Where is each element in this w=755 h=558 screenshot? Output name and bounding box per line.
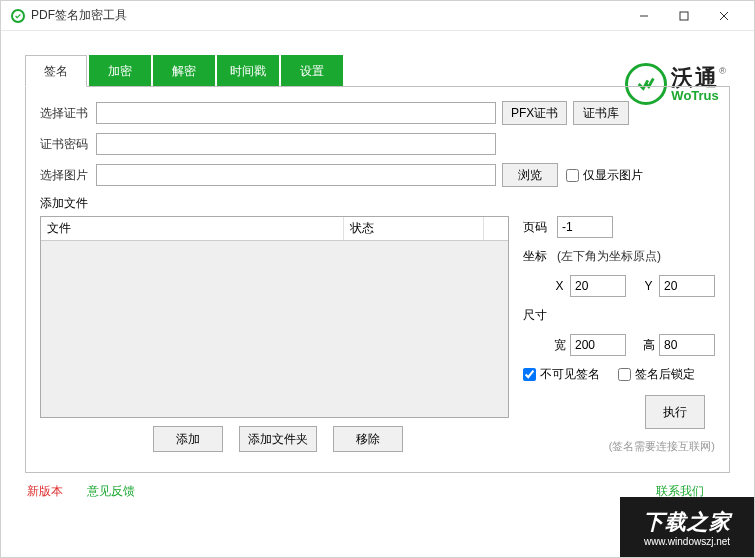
invisible-sign-checkbox[interactable]: 不可见签名: [523, 366, 600, 383]
add-files-label: 添加文件: [40, 195, 715, 212]
tab-timestamp[interactable]: 时间戳: [217, 55, 279, 87]
only-image-checkbox-input[interactable]: [566, 169, 579, 182]
height-input[interactable]: [659, 334, 715, 356]
page-input[interactable]: [557, 216, 613, 238]
password-label: 证书密码: [40, 136, 96, 153]
add-folder-button[interactable]: 添加文件夹: [239, 426, 317, 452]
col-status[interactable]: 状态: [344, 217, 484, 240]
add-button[interactable]: 添加: [153, 426, 223, 452]
coord-hint: (左下角为坐标原点): [557, 248, 661, 265]
new-version-link[interactable]: 新版本: [27, 483, 63, 500]
watermark: 下载之家 www.windowszj.net: [620, 497, 754, 557]
cert-label: 选择证书: [40, 105, 96, 122]
tab-bar: 签名 加密 解密 时间戳 设置: [25, 55, 730, 87]
only-image-checkbox[interactable]: 仅显示图片: [566, 167, 643, 184]
page-label: 页码: [523, 219, 557, 236]
tab-sign[interactable]: 签名: [25, 55, 87, 87]
watermark-text: 下载之家: [643, 508, 731, 536]
internet-note: (签名需要连接互联网): [523, 439, 715, 454]
y-input[interactable]: [659, 275, 715, 297]
lock-after-sign-checkbox[interactable]: 签名后锁定: [618, 366, 695, 383]
password-input[interactable]: [96, 133, 496, 155]
coord-label: 坐标: [523, 248, 557, 265]
app-icon: [11, 9, 25, 23]
minimize-button[interactable]: [624, 2, 664, 30]
size-label: 尺寸: [523, 307, 557, 324]
image-input[interactable]: [96, 164, 496, 186]
col-file[interactable]: 文件: [41, 217, 344, 240]
browse-button[interactable]: 浏览: [502, 163, 558, 187]
lock-after-sign-checkbox-input[interactable]: [618, 368, 631, 381]
tab-panel-sign: 选择证书 PFX证书 证书库 证书密码 选择图片 浏览 仅显示图片 添加文件 文…: [25, 86, 730, 473]
execute-button[interactable]: 执行: [645, 395, 705, 429]
maximize-button[interactable]: [664, 2, 704, 30]
invisible-sign-checkbox-input[interactable]: [523, 368, 536, 381]
remove-button[interactable]: 移除: [333, 426, 403, 452]
x-input[interactable]: [570, 275, 626, 297]
file-list[interactable]: 文件 状态: [40, 216, 509, 418]
svg-rect-1: [680, 12, 688, 20]
tab-decrypt[interactable]: 解密: [153, 55, 215, 87]
x-label: X: [549, 279, 570, 293]
cert-store-button[interactable]: 证书库: [573, 101, 629, 125]
width-label: 宽: [549, 337, 570, 354]
image-label: 选择图片: [40, 167, 96, 184]
y-label: Y: [638, 279, 659, 293]
col-blank: [484, 217, 508, 240]
tab-encrypt[interactable]: 加密: [89, 55, 151, 87]
tab-settings[interactable]: 设置: [281, 55, 343, 87]
feedback-link[interactable]: 意见反馈: [87, 483, 135, 500]
watermark-url: www.windowszj.net: [644, 536, 730, 547]
width-input[interactable]: [570, 334, 626, 356]
height-label: 高: [638, 337, 659, 354]
close-button[interactable]: [704, 2, 744, 30]
pfx-cert-button[interactable]: PFX证书: [502, 101, 567, 125]
window-title: PDF签名加密工具: [31, 7, 624, 24]
cert-input[interactable]: [96, 102, 496, 124]
